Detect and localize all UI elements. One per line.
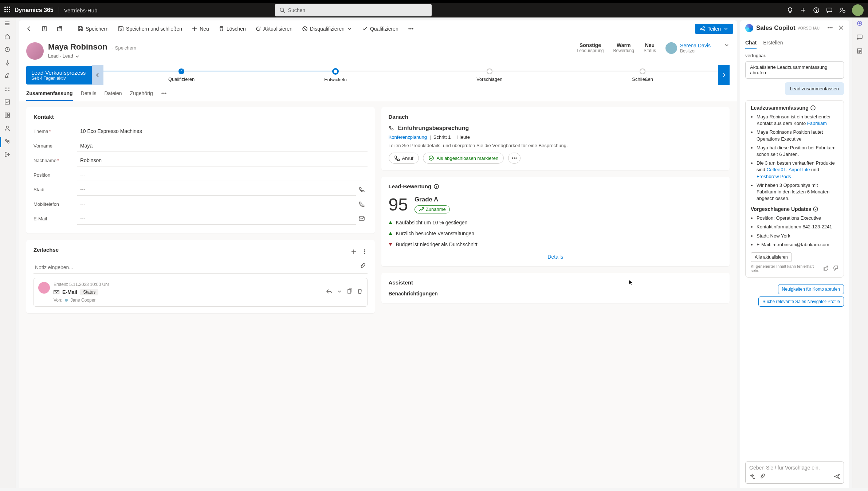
mail-icon[interactable] — [356, 213, 368, 224]
svg-rect-12 — [827, 8, 832, 12]
exit-icon[interactable] — [4, 152, 12, 159]
accelerator-icon[interactable] — [4, 73, 12, 80]
info-icon[interactable] — [433, 184, 439, 189]
field-city[interactable]: Stadt --- — [34, 183, 368, 196]
update-all-button[interactable]: Alle aktualisieren — [751, 252, 792, 262]
new-button[interactable]: Neu — [188, 24, 213, 34]
attachment-icon[interactable] — [759, 474, 765, 480]
sparkle-icon[interactable] — [749, 474, 755, 480]
copy-icon[interactable] — [347, 288, 353, 295]
svg-point-2 — [9, 7, 10, 7]
mark-complete-button[interactable]: Als abgeschlossen markieren — [423, 153, 504, 164]
tab-summary[interactable]: Zusammenfassung — [26, 90, 73, 101]
send-icon[interactable] — [834, 474, 840, 480]
record-title: Maya Robinson — [48, 42, 107, 52]
lightbulb-icon[interactable] — [786, 7, 794, 14]
global-search[interactable]: Suchen — [275, 4, 432, 16]
header-expand-icon[interactable] — [724, 42, 730, 49]
call-button[interactable]: Anruf — [389, 153, 419, 164]
expand-icon[interactable] — [337, 288, 342, 295]
dashboards-icon[interactable] — [4, 112, 12, 119]
owner-lookup[interactable]: Serena DavisBesitzer — [665, 42, 711, 54]
refresh-button[interactable]: Aktualisieren — [252, 24, 296, 34]
form-picker[interactable]: Lead — [63, 53, 80, 59]
tab-related[interactable]: Zugehörig — [130, 90, 153, 101]
contacts-icon[interactable] — [4, 125, 12, 133]
bpf-next-button[interactable] — [718, 65, 730, 85]
field-firstname[interactable]: Vorname Maya — [34, 140, 368, 152]
info-icon[interactable] — [810, 105, 816, 111]
link-product[interactable]: Freshbrew Pods — [757, 174, 791, 179]
pinned-icon[interactable] — [4, 60, 12, 67]
teams-chat-rail-icon[interactable] — [857, 34, 864, 42]
tasks-icon[interactable] — [4, 86, 12, 93]
bpf-stage-propose[interactable]: Vorschlagen — [476, 68, 503, 82]
help-icon[interactable] — [813, 7, 820, 14]
form-selector-button[interactable] — [38, 24, 51, 34]
up-next-link[interactable]: Konferenzplanung — [389, 134, 427, 140]
copilot-suggestion-account-news[interactable]: Neuigkeiten für Konto abrufen — [778, 284, 844, 294]
save-close-button[interactable]: Speichern und schließen — [114, 24, 186, 34]
bpf-label[interactable]: Lead-Verkaufsprozess Seit 4 Tagen aktiv — [26, 66, 92, 85]
timeline-item[interactable]: Erstellt: 5.11.2023 10:00 Uhr E-Mail Sta… — [34, 278, 368, 307]
copilot-tab-chat[interactable]: Chat — [745, 40, 757, 49]
bpf-stage-qualify[interactable]: Qualifizieren — [168, 68, 195, 82]
delete-icon[interactable] — [357, 288, 363, 295]
bpf-stage-close[interactable]: Schließen — [632, 68, 653, 82]
activities-icon[interactable] — [4, 99, 12, 106]
delete-button[interactable]: Löschen — [215, 24, 250, 34]
info-icon[interactable] — [813, 206, 818, 212]
more-commands-button[interactable] — [404, 24, 417, 34]
copilot-tab-create[interactable]: Erstellen — [763, 40, 783, 49]
phone-icon[interactable] — [356, 198, 368, 210]
add-icon[interactable] — [800, 7, 807, 14]
link-product[interactable]: Airpot Lite — [789, 167, 810, 172]
app-launcher-icon[interactable] — [4, 7, 10, 14]
copilot-suggestion-sales-navigator[interactable]: Suche relevante Sales Navigator-Profile — [758, 296, 844, 307]
copilot-input[interactable]: Geben Sie / für Vorschläge ein. — [745, 461, 844, 484]
copilot-rail-icon[interactable] — [857, 20, 864, 28]
link-product[interactable]: CoffeeXL — [766, 167, 786, 172]
field-mobile[interactable]: Mobiltelefon --- — [34, 198, 368, 210]
agenda-rail-icon[interactable] — [857, 48, 864, 55]
home-icon[interactable] — [4, 34, 12, 41]
bpf-stage-develop[interactable]: Entwickeln — [324, 68, 347, 82]
field-email[interactable]: E-Mail --- — [34, 212, 368, 225]
svg-point-34 — [165, 93, 166, 94]
person-settings-icon[interactable] — [839, 7, 846, 14]
thumbs-up-icon[interactable] — [823, 265, 829, 272]
disqualify-button[interactable]: Disqualifizieren — [298, 24, 356, 34]
chat-icon[interactable] — [826, 7, 833, 14]
field-position[interactable]: Position --- — [34, 169, 368, 181]
qualify-button[interactable]: Qualifizieren — [358, 24, 402, 34]
tab-overflow[interactable] — [161, 90, 167, 101]
open-new-window-button[interactable] — [53, 24, 66, 34]
user-avatar[interactable] — [852, 4, 864, 16]
tab-files[interactable]: Dateien — [104, 90, 122, 101]
leads-icon[interactable] — [4, 138, 12, 146]
thumbs-down-icon[interactable] — [833, 265, 838, 272]
hamburger-icon[interactable] — [4, 20, 12, 28]
hub-label[interactable]: Vertriebs-Hub — [59, 7, 98, 13]
attachment-icon[interactable] — [360, 263, 365, 270]
timeline-more-button[interactable] — [362, 249, 368, 256]
save-button[interactable]: Speichern — [74, 24, 112, 34]
field-lastname[interactable]: Nachname* Robinson — [34, 154, 368, 166]
back-button[interactable] — [23, 24, 36, 34]
reply-icon[interactable] — [326, 288, 332, 295]
share-button[interactable]: Teilen — [695, 24, 733, 34]
up-next-more-button[interactable] — [508, 153, 521, 164]
assistant-title: Assistent — [389, 279, 723, 286]
bpf-prev-button[interactable] — [92, 65, 103, 85]
copilot-suggestion-refresh-summary[interactable]: Aktualisierte Leadzusammenfassung abrufe… — [745, 61, 844, 79]
copilot-more-button[interactable] — [827, 25, 833, 32]
link-fabrikam[interactable]: Fabrikam — [807, 121, 827, 126]
field-topic[interactable]: Thema* 10 Eco Espresso Machines — [34, 125, 368, 137]
score-details-link[interactable]: Details — [389, 254, 723, 260]
copilot-close-button[interactable] — [838, 25, 844, 32]
timeline-note-input[interactable] — [34, 262, 368, 274]
recent-icon[interactable] — [4, 47, 12, 54]
timeline-add-button[interactable] — [351, 249, 357, 256]
tab-details[interactable]: Details — [81, 90, 97, 101]
phone-icon[interactable] — [356, 184, 368, 195]
